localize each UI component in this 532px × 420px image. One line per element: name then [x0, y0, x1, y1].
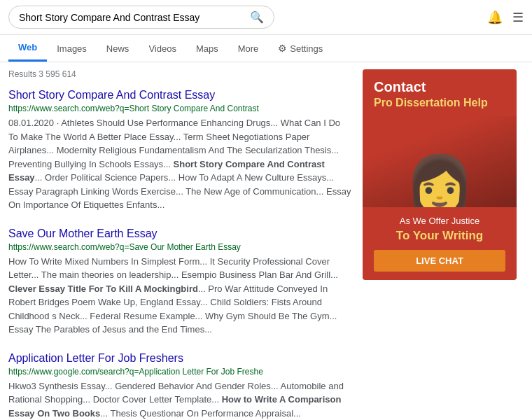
ad-bottom: As We Offer Justice To Your Writing LIVE…: [363, 207, 517, 280]
result-item: Short Story Compare And Contrast Essay h…: [8, 89, 351, 212]
result-title[interactable]: Short Story Compare And Contrast Essay: [8, 89, 351, 102]
tab-maps[interactable]: Maps: [186, 36, 228, 61]
ad-subtitle: Pro Dissertation Help: [374, 97, 505, 109]
nav-tabs: Web Images News Videos Maps More ⚙ Setti…: [0, 35, 532, 62]
results-area: Results 3 595 614 Short Story Compare An…: [8, 69, 351, 420]
ad-image: 👩: [363, 116, 517, 207]
header-icons: 🔔 ☰: [487, 10, 524, 25]
gear-icon: ⚙: [278, 43, 287, 54]
result-url: https://www.search.com/web?q=Short Story…: [8, 104, 351, 113]
ad-writing-label: To Your Writing: [374, 229, 505, 243]
ad-person-image: 👩: [363, 116, 517, 207]
ad-person-icon: 👩: [405, 157, 475, 207]
tab-news[interactable]: News: [97, 36, 139, 61]
tab-web[interactable]: Web: [8, 35, 47, 62]
result-item: Application Letter For Job Freshers http…: [8, 352, 351, 421]
notification-icon[interactable]: 🔔: [487, 10, 503, 25]
main-content: Results 3 595 614 Short Story Compare An…: [0, 62, 532, 420]
livechat-button[interactable]: LIVE CHAT: [374, 250, 505, 272]
result-snippet: How To Write Mixed Numbers In Simplest F…: [8, 255, 351, 337]
tab-more[interactable]: More: [228, 36, 269, 61]
results-count: Results 3 595 614: [8, 69, 351, 79]
menu-icon[interactable]: ☰: [512, 10, 524, 25]
tab-images[interactable]: Images: [47, 36, 97, 61]
tab-videos[interactable]: Videos: [139, 36, 186, 61]
tab-settings[interactable]: ⚙ Settings: [268, 36, 332, 61]
result-url: https://www.search.com/web?q=Save Our Mo…: [8, 242, 351, 252]
result-url: https://www.google.com/search?q=Applicat…: [8, 367, 351, 377]
search-input[interactable]: [19, 12, 250, 23]
ad-tagline: As We Offer Justice: [374, 216, 505, 226]
result-snippet: Hkwo3 Synthesis Essay... Gendered Behavi…: [8, 379, 351, 421]
ad-top: Contact Pro Dissertation Help: [363, 69, 517, 109]
search-icon[interactable]: 🔍: [250, 10, 264, 24]
header: 🔍 🔔 ☰ Web Images News Videos Maps More ⚙…: [0, 0, 532, 62]
search-bar[interactable]: 🔍: [8, 6, 274, 29]
sidebar-ad: Contact Pro Dissertation Help 👩 As We Of…: [363, 69, 517, 420]
ad-box: Contact Pro Dissertation Help 👩 As We Of…: [363, 69, 517, 280]
ad-contact-label: Contact: [374, 79, 505, 95]
result-item: Save Our Mother Earth Essay https://www.…: [8, 227, 351, 337]
result-title[interactable]: Save Our Mother Earth Essay: [8, 227, 351, 240]
result-title[interactable]: Application Letter For Job Freshers: [8, 352, 351, 365]
result-snippet: 08.01.2020 · Athletes Should Use Perform…: [8, 116, 351, 212]
